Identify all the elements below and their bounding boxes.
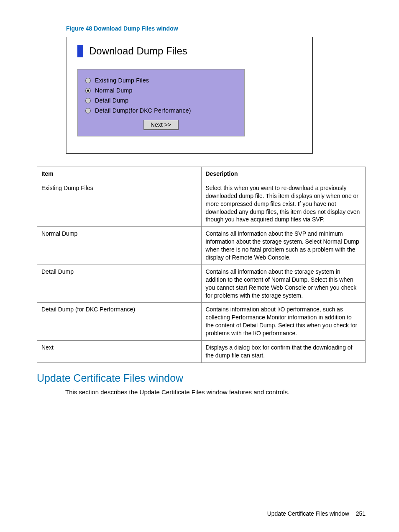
table-header-row: Item Description <box>37 167 366 181</box>
footer-label: Update Certificate Files window <box>267 510 349 517</box>
table-row: Existing Dump Files Select this when you… <box>37 181 366 226</box>
dialog-screenshot: Download Dump Files Existing Dump Files … <box>66 37 366 154</box>
page-footer: Update Certificate Files window 251 <box>267 510 366 517</box>
figure-caption: Figure 48 Download Dump Files window <box>66 25 366 32</box>
section-heading: Update Certificate Files window <box>37 372 366 384</box>
radio-label: Detail Dump(for DKC Performance) <box>95 107 191 114</box>
table-row: Next Displays a dialog box for confirm t… <box>37 341 366 363</box>
footer-page-number: 251 <box>356 510 366 517</box>
cell-desc: Select this when you want to re-download… <box>201 181 366 226</box>
header-description: Description <box>201 167 366 181</box>
radio-icon <box>85 78 91 83</box>
radio-normal-dump[interactable]: Normal Dump <box>85 87 237 94</box>
radio-icon <box>85 98 91 103</box>
cell-item: Existing Dump Files <box>37 181 202 226</box>
title-accent-bar <box>77 45 83 57</box>
table-row: Detail Dump Contains all information abo… <box>37 265 366 303</box>
header-item: Item <box>37 167 202 181</box>
radio-panel: Existing Dump Files Normal Dump Detail D… <box>77 69 245 136</box>
radio-label: Normal Dump <box>95 87 133 94</box>
download-dump-dialog: Download Dump Files Existing Dump Files … <box>66 37 313 154</box>
radio-existing-dump-files[interactable]: Existing Dump Files <box>85 77 237 84</box>
dialog-title-text: Download Dump Files <box>89 45 187 57</box>
cell-desc: Contains all information about the SVP a… <box>201 227 366 265</box>
radio-icon <box>85 108 91 113</box>
radio-detail-dump-dkc[interactable]: Detail Dump(for DKC Performance) <box>85 107 237 114</box>
cell-desc: Contains all information about the stora… <box>201 265 366 303</box>
radio-label: Detail Dump <box>95 97 128 104</box>
radio-icon <box>85 88 91 93</box>
radio-detail-dump[interactable]: Detail Dump <box>85 97 237 104</box>
cell-desc: Contains information about I/O performan… <box>201 303 366 341</box>
section-body: This section describes the Update Certif… <box>65 388 366 396</box>
radio-label: Existing Dump Files <box>95 77 149 84</box>
cell-item: Next <box>37 341 202 363</box>
cell-item: Detail Dump (for DKC Performance) <box>37 303 202 341</box>
table-row: Normal Dump Contains all information abo… <box>37 227 366 265</box>
cell-item: Normal Dump <box>37 227 202 265</box>
dialog-title: Download Dump Files <box>77 45 303 57</box>
table-row: Detail Dump (for DKC Performance) Contai… <box>37 303 366 341</box>
next-button[interactable]: Next >> <box>143 120 179 130</box>
description-table: Item Description Existing Dump Files Sel… <box>37 167 366 363</box>
cell-item: Detail Dump <box>37 265 202 303</box>
cell-desc: Displays a dialog box for confirm that t… <box>201 341 366 363</box>
